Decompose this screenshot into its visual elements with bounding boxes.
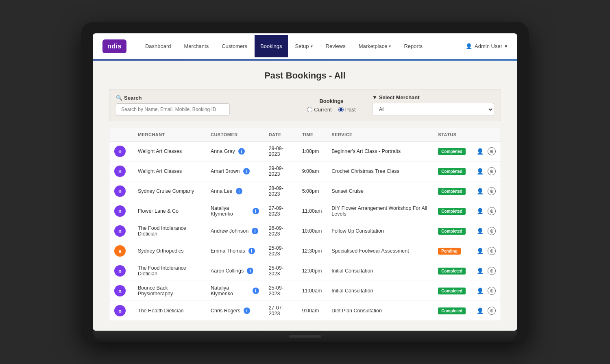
customer-info-icon[interactable]: i xyxy=(247,268,253,274)
customer-profile-icon[interactable]: 👤 xyxy=(475,246,485,256)
nav-link-marketplace[interactable]: Marketplace ▾ xyxy=(353,35,397,57)
time-cell: 9:00am xyxy=(297,161,327,181)
actions-cell: 👤 ⊕ xyxy=(471,201,501,221)
customer-name: Nataliya Klymenko xyxy=(211,205,249,217)
table-row: n The Food Intolerance Dietician Andrew … xyxy=(109,221,501,241)
customer-profile-icon[interactable]: 👤 xyxy=(475,266,485,276)
radio-group: Current Past xyxy=(307,107,355,113)
customer-info-icon[interactable]: i xyxy=(252,228,258,234)
date-cell: 25-09-2023 xyxy=(264,261,297,281)
nav-link-reports[interactable]: Reports xyxy=(398,35,428,57)
nav-link-dashboard[interactable]: Dashboard xyxy=(139,35,177,57)
search-label: 🔍 Search xyxy=(116,95,291,101)
nav-link-setup[interactable]: Setup ▾ xyxy=(290,35,318,57)
merchant-name-cell: Welight Art Classes xyxy=(133,161,206,181)
merchant-name-cell: Sydney Cruise Company xyxy=(133,181,206,201)
customer-info-icon[interactable]: i xyxy=(243,168,250,174)
merchant-avatar: n xyxy=(114,225,126,237)
merchant-name-cell: Sydney Orthopedics xyxy=(133,241,206,261)
merchant-name-cell: Welight Art Classes xyxy=(133,142,206,161)
add-action-icon[interactable]: ⊕ xyxy=(488,167,496,175)
nav-link-merchants[interactable]: Merchants xyxy=(179,35,215,57)
service-cell: Initial Consultation xyxy=(327,281,433,301)
merchant-icon-cell: n xyxy=(109,221,133,241)
customer-info-icon[interactable]: i xyxy=(236,188,242,194)
merchant-avatar: n xyxy=(114,205,126,217)
merchant-icon-cell: n xyxy=(109,301,133,321)
add-action-icon[interactable]: ⊕ xyxy=(488,227,496,235)
laptop-screen: ndis Dashboard Merchants Customers Booki… xyxy=(93,33,517,331)
time-cell: 9:00am xyxy=(297,301,327,321)
customer-profile-icon[interactable]: 👤 xyxy=(475,206,485,216)
time-cell: 12:30pm xyxy=(297,241,327,261)
table-row: n Sydney Cruise Company Anna Lee i 28-09… xyxy=(109,181,501,201)
service-cell: Diet Plan Consultation xyxy=(327,301,433,321)
service-cell: Beginner's Art Class - Portraits xyxy=(327,142,433,161)
setup-chevron-icon: ▾ xyxy=(311,44,313,48)
user-menu[interactable]: 👤 Admin User ▾ xyxy=(466,43,508,49)
customer-name: Amari Brown xyxy=(211,168,240,174)
nav-link-customers[interactable]: Customers xyxy=(216,35,253,57)
customer-info-icon[interactable]: i xyxy=(253,208,259,214)
nav-link-reviews[interactable]: Reviews xyxy=(320,35,351,57)
add-action-icon[interactable]: ⊕ xyxy=(488,247,496,255)
add-action-icon[interactable]: ⊕ xyxy=(488,287,496,295)
date-cell: 29-09-2023 xyxy=(264,161,297,181)
col-customer: CUSTOMER xyxy=(206,128,264,142)
service-cell: Sunset Cruise xyxy=(327,181,433,201)
time-cell: 5:00pm xyxy=(297,181,327,201)
add-action-icon[interactable]: ⊕ xyxy=(488,307,496,315)
customer-profile-icon[interactable]: 👤 xyxy=(475,306,485,316)
user-chevron-icon: ▾ xyxy=(505,43,508,49)
time-cell: 11:00am xyxy=(297,201,327,221)
customer-cell: Aaron Collings i xyxy=(206,261,264,281)
status-badge: Completed xyxy=(438,168,466,175)
actions-cell: 👤 ⊕ xyxy=(471,142,501,161)
add-action-icon[interactable]: ⊕ xyxy=(488,207,496,215)
radio-current[interactable]: Current xyxy=(307,107,331,113)
ndis-logo: ndis xyxy=(102,39,126,53)
customer-info-icon[interactable]: i xyxy=(248,248,255,254)
col-time: TIME xyxy=(297,128,327,142)
customer-cell: Anna Gray i xyxy=(206,142,264,161)
customer-info-icon[interactable]: i xyxy=(238,148,245,155)
time-cell: 11:00am xyxy=(297,281,327,301)
customer-profile-icon[interactable]: 👤 xyxy=(475,226,485,236)
customer-name: Chris Rogers xyxy=(211,308,240,314)
merchant-filter-label: ▼ Select Merchant xyxy=(372,94,494,100)
customer-cell: Emma Thomas i xyxy=(206,241,264,261)
add-action-icon[interactable]: ⊕ xyxy=(488,267,496,275)
customer-profile-icon[interactable]: 👤 xyxy=(475,166,485,176)
service-cell: Initial Consultation xyxy=(327,261,433,281)
customer-cell: Amari Brown i xyxy=(206,161,264,181)
actions-cell: 👤 ⊕ xyxy=(471,241,501,261)
nav-links: Dashboard Merchants Customers Bookings S… xyxy=(139,35,462,57)
merchant-avatar: n xyxy=(114,285,126,296)
add-action-icon[interactable]: ⊕ xyxy=(488,147,496,155)
customer-profile-icon[interactable]: 👤 xyxy=(475,146,485,156)
customer-name: Nataliya Klymenko xyxy=(211,285,249,296)
search-section: 🔍 Search xyxy=(116,95,291,116)
customer-profile-icon[interactable]: 👤 xyxy=(475,286,485,296)
status-cell: Completed xyxy=(433,221,471,241)
date-cell: 29-09-2023 xyxy=(264,142,297,161)
actions-cell: 👤 ⊕ xyxy=(471,161,501,181)
nav-link-bookings[interactable]: Bookings xyxy=(255,35,288,57)
status-cell: Completed xyxy=(433,201,471,221)
merchant-filter-section: ▼ Select Merchant All Welight Art Classe… xyxy=(372,94,494,116)
customer-info-icon[interactable]: i xyxy=(253,288,259,294)
customer-info-icon[interactable]: i xyxy=(244,307,250,314)
add-action-icon[interactable]: ⊕ xyxy=(488,187,496,195)
bookings-filter-section: Bookings Current Past xyxy=(291,98,372,113)
date-cell: 27-09-2023 xyxy=(264,201,297,221)
merchant-avatar: n xyxy=(114,185,126,197)
merchant-select[interactable]: All Welight Art Classes Sydney Cruise Co… xyxy=(372,103,494,116)
status-cell: Completed xyxy=(433,261,471,281)
radio-past[interactable]: Past xyxy=(338,107,356,113)
table-row: n Welight Art Classes Amari Brown i 29-0… xyxy=(109,161,501,181)
date-cell: 28-09-2023 xyxy=(264,181,297,201)
table-header-row: MERCHANT CUSTOMER DATE TIME SERVICE STAT… xyxy=(109,128,501,142)
customer-profile-icon[interactable]: 👤 xyxy=(475,186,485,196)
time-cell: 1:00pm xyxy=(297,142,327,161)
search-input[interactable] xyxy=(116,103,230,116)
